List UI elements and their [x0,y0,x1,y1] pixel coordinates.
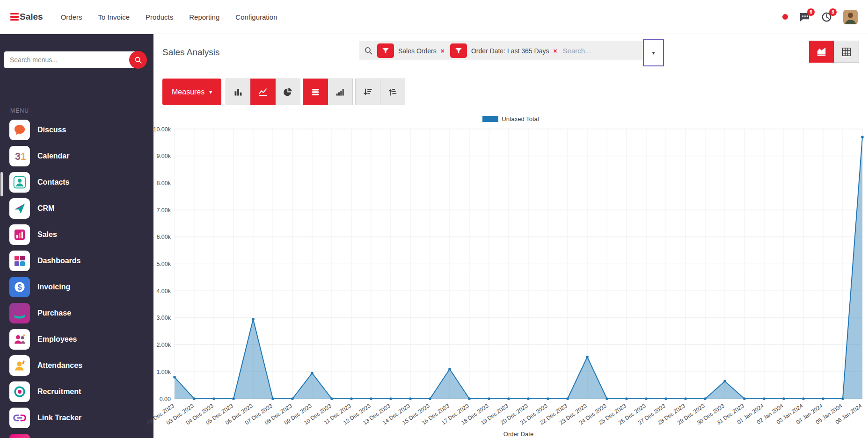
sidebar-item-discuss[interactable]: Discuss [0,117,153,143]
pie-chart-button[interactable] [275,79,300,105]
sidebar-item-partial[interactable] [0,431,153,438]
line-chart-button[interactable] [250,79,276,105]
facet-remove-button[interactable]: × [553,48,557,54]
sidebar-search-button[interactable] [129,51,147,69]
data-point[interactable] [547,397,549,400]
apps-sidebar: MENU Discuss 31 Calendar Contacts CRM Sa… [0,34,153,438]
sidebar-item-invoicing[interactable]: $ Invoicing [0,274,153,300]
data-point[interactable] [527,397,530,400]
data-point[interactable] [429,397,431,400]
measures-button[interactable]: Measures ▾ [162,79,221,105]
search-bar[interactable]: Sales Orders × Order Date: Last 365 Days… [359,41,643,60]
sidebar-section-label: MENU [10,108,153,114]
data-point[interactable] [841,397,844,400]
sidebar-item-attendances[interactable]: Attendances [0,352,153,379]
sidebar-item-crm[interactable]: CRM [0,195,153,222]
menu-to-invoice[interactable]: To Invoice [98,13,130,21]
sort-descending-button[interactable] [355,79,380,105]
search-facet-sales-orders[interactable]: Sales Orders × [377,43,445,58]
data-point[interactable] [763,397,766,400]
chevron-down-icon: ▾ [652,50,655,56]
avatar[interactable] [843,10,858,24]
sales-analysis-chart[interactable]: 0.001.00k2.00k3.00k4.00k5.00k6.00k7.00k8… [153,126,868,438]
sidebar-scrollbar[interactable] [0,172,3,196]
data-point[interactable] [193,397,196,400]
data-point[interactable] [311,372,314,374]
page-title: Sales Analysis [162,47,220,57]
control-panel: Sales Analysis Sales Orders × O [153,34,868,71]
data-point[interactable] [350,397,353,400]
sidebar-item-label: Attendances [37,361,82,370]
search-icon [364,46,373,55]
menu-orders[interactable]: Orders [61,13,82,21]
data-point[interactable] [173,376,176,379]
top-menu-bar: Orders To Invoice Products Reporting Con… [61,13,277,21]
data-point[interactable] [586,356,589,359]
apps-menu-icon[interactable] [10,13,19,21]
data-point[interactable] [212,397,215,400]
data-point[interactable] [232,397,235,400]
chart-legend: Untaxed Total [153,115,868,122]
data-point[interactable] [704,397,707,400]
sidebar-item-employees[interactable]: Employees [0,326,153,352]
bar-chart-button[interactable] [226,79,251,105]
data-point[interactable] [645,397,648,400]
data-point[interactable] [507,397,510,400]
sidebar-item-label: CRM [37,204,54,213]
sidebar-item-label: Recruitment [37,388,81,396]
sidebar-search-input[interactable] [4,51,139,68]
menu-configuration[interactable]: Configuration [235,13,277,21]
data-point[interactable] [723,380,726,383]
data-point[interactable] [861,136,864,139]
data-point[interactable] [802,397,805,400]
data-point[interactable] [605,397,608,400]
data-point[interactable] [252,318,255,321]
messages-icon[interactable]: 6 [799,12,810,22]
data-point[interactable] [389,397,392,400]
menu-products[interactable]: Products [146,13,173,21]
y-tick-label: 0.00 [160,396,171,402]
search-options-toggle[interactable]: ▾ [643,39,664,66]
sidebar-item-link-tracker[interactable]: Link Tracker [0,405,153,431]
link-tracker-icon [9,408,30,428]
data-point[interactable] [271,397,274,400]
svg-text:3: 3 [15,151,21,162]
sort-ascending-button[interactable] [380,79,405,105]
sidebar-item-purchase[interactable]: Purchase [0,300,153,326]
facet-remove-button[interactable]: × [441,48,445,54]
sidebar-item-calendar[interactable]: 31 Calendar [0,143,153,169]
sidebar-item-sales[interactable]: Sales [0,222,153,248]
employees-icon [9,329,30,350]
menu-reporting[interactable]: Reporting [189,13,219,21]
sidebar-item-recruitment[interactable]: Recruitment [0,379,153,405]
data-point[interactable] [782,397,785,400]
search-input[interactable] [563,47,638,55]
data-point[interactable] [448,368,451,371]
systray: 6 8 [782,10,858,24]
data-point[interactable] [822,397,824,400]
sidebar-item-dashboards[interactable]: Dashboards [0,248,153,274]
attendances-icon [9,355,30,376]
stacked-toggle-button[interactable] [303,79,328,105]
data-point[interactable] [291,397,294,400]
data-point[interactable] [370,397,372,400]
sidebar-item-contacts[interactable]: Contacts [0,169,153,195]
app-name[interactable]: Sales [20,12,43,22]
cumulative-toggle-button[interactable] [328,79,353,105]
main-content: Sales Analysis Sales Orders × O [153,34,868,438]
data-point[interactable] [684,397,687,400]
data-point[interactable] [664,397,667,400]
pivot-view-button[interactable] [834,41,859,63]
data-point[interactable] [625,397,628,400]
y-tick-label: 9.00k [156,153,171,159]
search-facet-order-date[interactable]: Order Date: Last 365 Days × [450,43,557,58]
activities-icon[interactable]: 8 [821,12,832,22]
data-point[interactable] [330,397,333,400]
data-point[interactable] [566,397,569,400]
data-point[interactable] [409,397,412,400]
data-point[interactable] [488,397,490,400]
data-point[interactable] [468,397,471,400]
data-point[interactable] [743,397,746,400]
sidebar-item-label: Calendar [37,152,69,160]
graph-view-button[interactable] [809,41,834,63]
